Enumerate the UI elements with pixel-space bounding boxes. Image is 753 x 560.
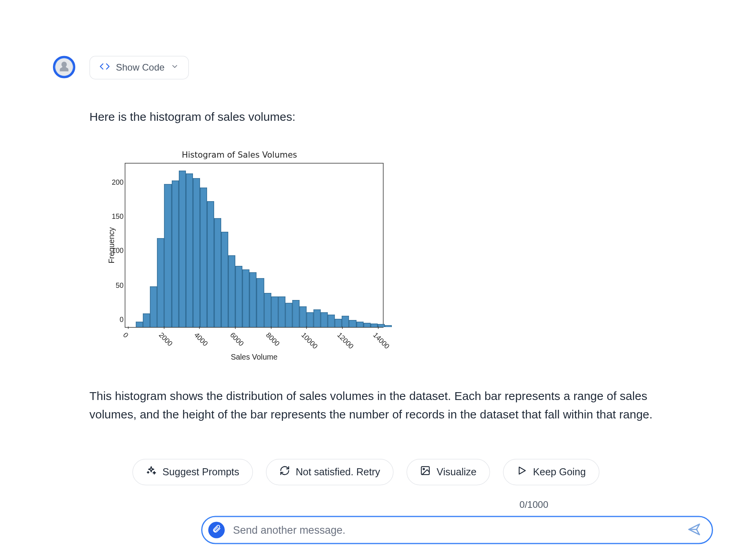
- retry-button[interactable]: Not satisfied. Retry: [266, 459, 393, 485]
- x-tick: 2000: [157, 331, 174, 348]
- x-tick: 0: [122, 331, 130, 340]
- histogram-bar: [335, 319, 342, 327]
- char-counter: 0/1000: [89, 500, 548, 510]
- histogram-bar: [228, 256, 235, 327]
- suggest-label: Suggest Prompts: [162, 466, 239, 478]
- x-tick: 4000: [193, 331, 210, 348]
- chart-plot-area: [125, 163, 384, 328]
- histogram-bar: [143, 313, 150, 327]
- play-icon: [517, 465, 527, 479]
- suggest-prompts-button[interactable]: Suggest Prompts: [133, 459, 253, 485]
- chat-input-container: [201, 516, 713, 544]
- x-tick: 8000: [264, 331, 281, 348]
- svg-marker-2: [519, 467, 526, 474]
- histogram-bar: [200, 187, 207, 327]
- histogram-bar: [257, 278, 264, 327]
- attach-button[interactable]: [208, 522, 225, 538]
- keep-going-button[interactable]: Keep Going: [503, 459, 599, 485]
- histogram-bar: [271, 296, 278, 327]
- paperclip-icon: [212, 524, 221, 536]
- sparkles-icon: [146, 465, 156, 479]
- y-tick: 0: [107, 315, 124, 324]
- refresh-icon: [279, 465, 290, 479]
- visualize-label: Visualize: [437, 466, 477, 478]
- x-tick: 14000: [371, 331, 391, 351]
- assistant-avatar: [53, 56, 75, 78]
- x-tick: 10000: [300, 331, 320, 351]
- histogram-bar: [385, 325, 392, 327]
- histogram-bar: [292, 300, 299, 327]
- histogram-bar: [250, 273, 257, 327]
- histogram-bar: [186, 174, 193, 327]
- histogram-bar: [299, 307, 306, 327]
- histogram-bar: [285, 303, 292, 327]
- chevron-down-icon: [171, 62, 179, 73]
- histogram-bar: [150, 286, 157, 327]
- send-button[interactable]: [687, 522, 701, 538]
- histogram-bar: [136, 322, 143, 327]
- y-tick: 200: [107, 178, 124, 186]
- histogram-bar: [171, 180, 178, 327]
- histogram-bar: [378, 324, 385, 327]
- histogram-bar: [371, 324, 378, 327]
- action-row: Suggest Prompts Not satisfied. Retry Vis…: [125, 459, 607, 485]
- visualize-button[interactable]: Visualize: [407, 459, 490, 485]
- send-icon: [687, 522, 701, 538]
- y-tick: 50: [107, 281, 124, 289]
- histogram-bar: [214, 218, 221, 327]
- image-icon: [420, 465, 431, 479]
- histogram-bar: [328, 315, 335, 327]
- y-tick: 100: [107, 247, 124, 255]
- histogram-bar: [242, 269, 249, 327]
- code-icon: [100, 61, 110, 74]
- chart-xlabel: Sales Volume: [125, 353, 384, 362]
- histogram-bar: [235, 266, 242, 327]
- show-code-label: Show Code: [116, 62, 165, 73]
- histogram-bar: [157, 238, 164, 327]
- histogram-bar: [314, 309, 321, 327]
- histogram-bar: [306, 312, 313, 327]
- histogram-bar: [321, 312, 328, 327]
- histogram-bar: [164, 184, 171, 327]
- x-tick: 6000: [229, 331, 246, 348]
- x-tick: 12000: [336, 331, 355, 351]
- histogram-bar: [342, 316, 349, 327]
- histogram-bar: [221, 232, 228, 327]
- histogram-bar: [356, 322, 363, 327]
- histogram-chart: Histogram of Sales Volumes Frequency 050…: [89, 150, 389, 362]
- histogram-bar: [264, 293, 271, 327]
- message-intro: Here is the histogram of sales volumes:: [89, 108, 678, 125]
- histogram-bar: [178, 170, 186, 327]
- histogram-bar: [349, 320, 356, 327]
- histogram-bar: [207, 201, 214, 327]
- retry-label: Not satisfied. Retry: [296, 466, 380, 478]
- histogram-bar: [363, 323, 370, 327]
- keep-going-label: Keep Going: [533, 466, 586, 478]
- y-tick: 150: [107, 213, 124, 221]
- chart-title: Histogram of Sales Volumes: [89, 150, 389, 160]
- histogram-bar: [193, 178, 200, 327]
- histogram-bar: [278, 296, 285, 327]
- show-code-button[interactable]: Show Code: [89, 56, 189, 80]
- message-input[interactable]: [233, 524, 679, 536]
- svg-point-1: [423, 468, 424, 469]
- message-explanation: This histogram shows the distribution of…: [89, 387, 678, 424]
